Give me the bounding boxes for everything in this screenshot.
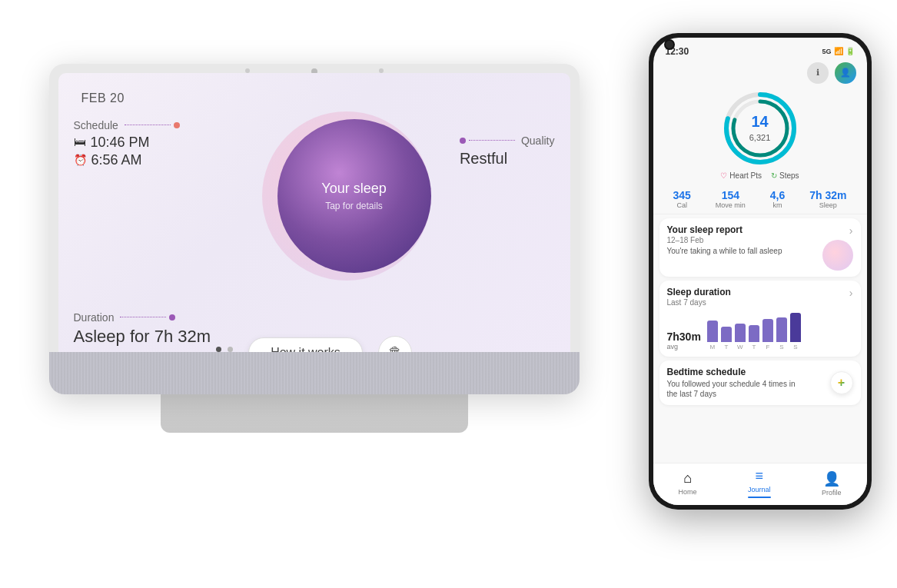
stat-move-label: Move min (716, 201, 746, 209)
info-icon: ℹ (816, 68, 819, 78)
sleep-duration-arrow: › (849, 287, 853, 299)
sleep-report-info: Your sleep report 12–18 Feb You're takin… (667, 224, 782, 256)
stat-move-value: 154 (716, 189, 746, 201)
phone-device: 12:30 5G 📶 🔋 ℹ 👤 (649, 33, 872, 510)
sleep-report-header: Your sleep report 12–18 Feb You're takin… (667, 224, 853, 271)
stat-sleep-label: Sleep (809, 201, 846, 209)
dotted-line-duration (120, 317, 166, 317)
wifi-icon: 📶 (834, 47, 843, 55)
steps-icon: ↻ (771, 171, 777, 180)
progress-ring: 14 6,321 (722, 90, 799, 167)
sleep-circle-title: Your sleep (321, 180, 386, 198)
duration-dot-marker (169, 314, 175, 321)
sleep-circle-sub: Tap for details (325, 201, 383, 211)
profile-icon: 👤 (823, 470, 840, 487)
sleep-report-card[interactable]: Your sleep report 12–18 Feb You're takin… (659, 218, 861, 277)
bar-item-F: F (762, 319, 773, 350)
hub-dot-right (379, 68, 384, 73)
stat-sleep-value: 7h 32m (809, 189, 846, 201)
bar-item-T: T (749, 325, 759, 350)
plus-icon: + (838, 376, 845, 390)
sleep-avg-label: avg (667, 343, 701, 350)
bedtime-desc: You followed your schedule 4 times in th… (667, 379, 798, 399)
hub-quality-section: Quality Restful (460, 135, 555, 168)
hub-quality-value: Restful (460, 150, 555, 168)
quality-dot-marker (460, 138, 466, 144)
info-button[interactable]: ℹ (807, 62, 829, 84)
sleep-duration-header: Sleep duration Last 7 days › (667, 287, 853, 307)
home-icon: ⌂ (683, 470, 692, 487)
nav-home[interactable]: ⌂ Home (679, 470, 697, 496)
phone-camera (664, 39, 675, 50)
app-header: ℹ 👤 (653, 59, 867, 87)
stat-cal-label: Cal (673, 201, 690, 209)
stat-km-value: 4,6 (770, 189, 785, 201)
sleep-report-arrow: › (849, 224, 853, 237)
signal-5g-icon: 5G (822, 48, 831, 55)
avatar-icon: 👤 (840, 68, 851, 78)
status-bar: 12:30 5G 📶 🔋 (653, 38, 867, 59)
sleep-duration-card[interactable]: Sleep duration Last 7 days › 7h30m avg M… (659, 281, 861, 357)
scene: FEB 20 Schedule 🛏 10:46 PM ⏰ (26, 18, 872, 571)
sleep-duration-info: Sleep duration Last 7 days (667, 287, 731, 307)
ring-center: 14 6,321 (749, 113, 771, 144)
progress-ring-section: 14 6,321 ♡ Heart Pts ↻ Steps (653, 87, 867, 184)
bedtime-title: Bedtime schedule (667, 367, 798, 377)
stat-sleep: 7h 32m Sleep (809, 189, 846, 209)
ring-steps: 6,321 (749, 133, 771, 142)
nav-home-label: Home (679, 488, 697, 496)
sleep-avg-section: 7h30m avg (667, 331, 701, 350)
nest-hub-screen: FEB 20 Schedule 🛏 10:46 PM ⏰ (58, 73, 570, 385)
sleep-report-title: Your sleep report (667, 224, 782, 235)
hub-fabric (49, 352, 580, 394)
schedule-dot-marker (174, 122, 180, 128)
dotted-line-schedule (125, 125, 171, 125)
phone-screen: 12:30 5G 📶 🔋 ℹ 👤 (653, 38, 867, 505)
sleep-bar-chart: MTWTFSS (707, 316, 801, 350)
stat-move: 154 Move min (716, 189, 746, 209)
stat-cal: 345 Cal (673, 189, 690, 209)
stat-km-label: km (770, 201, 785, 209)
sleep-duration-subtitle: Last 7 days (667, 298, 731, 307)
bedtime-card[interactable]: Bedtime schedule You followed your sched… (659, 360, 861, 405)
hub-schedule-section: Schedule 🛏 10:46 PM ⏰ 6:56 AM (74, 119, 180, 170)
journal-icon: ≡ (755, 468, 763, 484)
legend-heart-pts: ♡ Heart Pts (720, 171, 762, 180)
ring-legend: ♡ Heart Pts ↻ Steps (720, 171, 799, 180)
hub-duration-label: Duration (74, 311, 211, 324)
profile-avatar[interactable]: 👤 (835, 62, 856, 84)
hub-wakeup-row: ⏰ 6:56 AM (74, 152, 180, 168)
nest-hub-device: FEB 20 Schedule 🛏 10:46 PM ⏰ (49, 64, 580, 433)
add-bedtime-button[interactable]: + (830, 371, 853, 394)
sleep-icon-decoration (822, 240, 853, 271)
bar-item-M: M (707, 321, 718, 350)
ring-number: 14 (749, 113, 771, 130)
bar-item-S: S (776, 317, 787, 350)
nav-journal[interactable]: ≡ Journal (748, 468, 771, 498)
nav-profile-label: Profile (822, 489, 842, 497)
phone-body: 12:30 5G 📶 🔋 ℹ 👤 (649, 33, 872, 510)
hub-schedule-times: 🛏 10:46 PM ⏰ 6:56 AM (74, 135, 180, 168)
hub-sleep-circle[interactable]: Your sleep Tap for details (254, 96, 454, 296)
bar-item-S: S (790, 313, 801, 350)
stats-row: 345 Cal 154 Move min 4,6 km 7h 32m Sleep (653, 184, 867, 214)
stat-cal-value: 345 (673, 189, 690, 201)
sleep-circle-inner[interactable]: Your sleep Tap for details (277, 119, 431, 273)
sleep-report-desc: You're taking a while to fall asleep (667, 246, 782, 256)
sleep-avg-value: 7h30m (667, 331, 701, 343)
bottom-nav: ⌂ Home ≡ Journal 👤 Profile (653, 463, 867, 505)
hub-bedtime-row: 🛏 10:46 PM (74, 135, 180, 151)
battery-icon: 🔋 (846, 47, 855, 55)
hub-dot-left (245, 68, 250, 73)
sleep-duration-title: Sleep duration (667, 287, 731, 297)
nest-hub-body: FEB 20 Schedule 🛏 10:46 PM ⏰ (49, 64, 580, 394)
bedtime-info: Bedtime schedule You followed your sched… (667, 367, 798, 399)
sleep-report-date: 12–18 Feb (667, 236, 782, 244)
nav-profile[interactable]: 👤 Profile (822, 470, 842, 497)
bar-item-T: T (721, 327, 732, 350)
bar-item-W: W (735, 324, 746, 350)
heart-icon: ♡ (720, 171, 727, 180)
dotted-line-quality (469, 140, 515, 141)
status-icons: 5G 📶 🔋 (822, 47, 854, 55)
legend-steps: ↻ Steps (771, 171, 799, 180)
